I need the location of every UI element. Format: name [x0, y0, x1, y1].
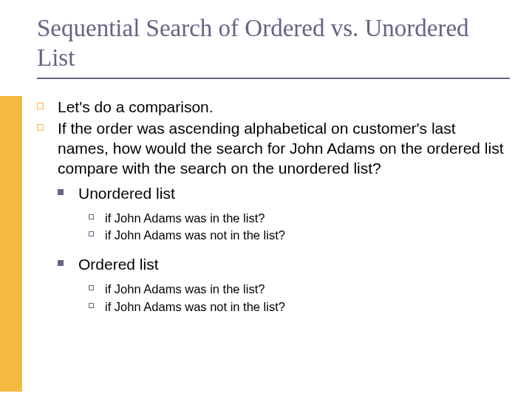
filled-square-icon	[58, 183, 78, 203]
bullet-level3: if John Adams was in the list?	[89, 211, 510, 226]
slide-title: Sequential Search of Ordered vs. Unorder…	[37, 13, 510, 73]
bullet-level2: Unordered list	[58, 183, 510, 203]
level3-group: if John Adams was in the list? if John A…	[89, 282, 510, 315]
body-content: Let's do a comparison. If the order was …	[37, 97, 510, 316]
bullet-text: Unordered list	[78, 183, 510, 203]
bullet-level2: Ordered list	[58, 254, 510, 274]
bullet-text: if John Adams was not in the list?	[105, 299, 510, 315]
level3-group: if John Adams was in the list? if John A…	[89, 211, 510, 244]
filled-square-icon	[58, 254, 78, 274]
hollow-small-square-icon	[89, 211, 105, 226]
bullet-level1: If the order was ascending alphabetical …	[37, 118, 510, 179]
bullet-text: if John Adams was in the list?	[105, 282, 510, 297]
accent-bar	[0, 96, 22, 392]
slide-content: Sequential Search of Ordered vs. Unorder…	[0, 0, 532, 340]
title-underline	[37, 78, 510, 79]
hollow-small-square-icon	[89, 282, 105, 297]
bullet-text: Let's do a comparison.	[58, 97, 510, 117]
hollow-square-icon	[37, 118, 58, 179]
bullet-level1: Let's do a comparison.	[37, 97, 510, 117]
hollow-small-square-icon	[89, 228, 105, 243]
bullet-level3: if John Adams was not in the list?	[89, 228, 510, 243]
hollow-square-icon	[37, 97, 58, 117]
hollow-small-square-icon	[89, 299, 105, 315]
bullet-text: If the order was ascending alphabetical …	[58, 118, 510, 179]
bullet-level3: if John Adams was in the list?	[89, 282, 510, 297]
bullet-text: Ordered list	[78, 254, 510, 274]
bullet-text: if John Adams was in the list?	[105, 211, 510, 226]
bullet-text: if John Adams was not in the list?	[105, 228, 510, 243]
bullet-level3: if John Adams was not in the list?	[89, 299, 510, 315]
